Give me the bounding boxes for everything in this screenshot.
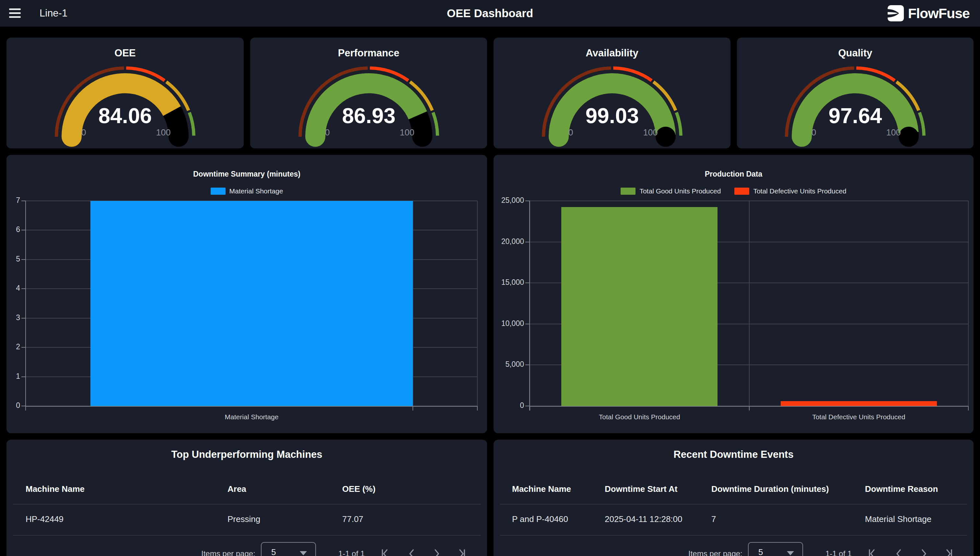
table-card-downtime-events: Recent Downtime EventsMachine NameDownti…: [493, 440, 974, 556]
legend-swatch: [621, 187, 636, 195]
gauge-performance: 86.930100: [294, 58, 443, 149]
brand-logo: FlowFuse: [888, 0, 970, 27]
x-tick-label: Total Good Units Produced: [542, 413, 737, 421]
y-tick-label: 25,000: [493, 196, 524, 205]
x-tick-label: Material Shortage: [155, 413, 349, 421]
gauge-quality: 97.640100: [781, 58, 930, 149]
y-tick-label: 5: [6, 255, 20, 263]
chart-card-downtime: Downtime Summary (minutes)Material Short…: [6, 155, 487, 433]
last-page-icon[interactable]: [941, 546, 955, 556]
chart-card-production: Production DataTotal Good Units Produced…: [493, 155, 974, 433]
legend-label: Total Defective Units Produced: [753, 187, 846, 195]
header-divider: [13, 504, 480, 504]
gauge-oee: 84.060100: [50, 58, 200, 149]
legend-swatch: [211, 187, 226, 195]
gauge-max-label: 100: [643, 128, 658, 137]
next-page-icon[interactable]: [429, 546, 444, 556]
gauge-value: 84.06: [98, 104, 152, 128]
legend-item[interactable]: Total Defective Units Produced: [734, 187, 846, 195]
gauge-title: Quality: [737, 47, 974, 59]
chart-title: Downtime Summary (minutes): [6, 170, 487, 179]
y-tick-label: 10,000: [493, 319, 524, 328]
page-size-select[interactable]: 5: [748, 542, 803, 556]
gauge-availability: 99.030100: [538, 58, 687, 149]
column-header-downtime-reason: Downtime Reason: [865, 484, 938, 494]
last-page-icon[interactable]: [454, 546, 468, 556]
gauge-title: OEE: [6, 47, 244, 59]
items-per-page-label: Items per page:: [201, 549, 256, 556]
bar-material-shortage: [91, 201, 413, 406]
table-cell: 77.07: [342, 514, 363, 524]
column-header-machine-name: Machine Name: [512, 484, 571, 494]
table-cell: Material Shortage: [865, 514, 931, 524]
caret-down-icon: [787, 551, 794, 555]
prev-page-icon[interactable]: [892, 546, 906, 556]
row-divider: [500, 535, 967, 536]
y-tick-label: 4: [6, 284, 20, 293]
gauge-min-label: 0: [568, 128, 573, 137]
page-size-select[interactable]: 5: [261, 542, 316, 556]
gauge-min-label: 0: [811, 128, 816, 137]
column-header-area: Area: [228, 484, 246, 494]
row-divider: [13, 535, 480, 536]
gauge-value: 97.64: [828, 104, 882, 128]
chart-title: Production Data: [493, 170, 974, 179]
table-cell: 2025-04-11 12:28:00: [605, 514, 682, 524]
y-tick-label: 20,000: [493, 237, 524, 246]
page-size-value: 5: [758, 547, 763, 556]
x-axis-line: [25, 406, 477, 407]
gauge-min-label: 0: [325, 128, 330, 137]
gauge-card-oee: OEE84.060100: [6, 37, 244, 149]
items-per-page-label: Items per page:: [688, 549, 742, 556]
y-tick-label: 0: [493, 401, 524, 410]
page-size-value: 5: [271, 547, 276, 556]
flowfuse-icon: [888, 5, 904, 21]
v-gridline: [749, 201, 750, 406]
legend-label: Total Good Units Produced: [639, 187, 721, 195]
next-page-icon[interactable]: [917, 546, 931, 556]
bar-total-defective-units-produced: [781, 401, 937, 406]
x-tick: [412, 406, 413, 411]
gauge-title: Performance: [250, 47, 487, 59]
table-title: Top Underperforming Machines: [6, 449, 487, 461]
dashboard-root: Line-1 OEE Dashboard FlowFuse OEE84.0601…: [0, 0, 980, 556]
gauge-title: Availability: [493, 47, 731, 59]
gauge-card-availability: Availability99.030100: [493, 37, 731, 149]
y-axis-line: [25, 201, 26, 411]
gauge-max-label: 100: [156, 128, 170, 137]
y-tick-label: 1: [6, 372, 20, 381]
gauge-value: 86.93: [342, 104, 395, 128]
y-tick-label: 15,000: [493, 278, 524, 287]
y-tick-label: 6: [6, 225, 20, 234]
column-header-downtime-start-at: Downtime Start At: [605, 484, 677, 494]
top-bar: Line-1 OEE Dashboard FlowFuse: [0, 0, 980, 27]
header-divider: [500, 504, 967, 504]
caret-down-icon: [300, 551, 307, 555]
chart-legend: Total Good Units ProducedTotal Defective…: [493, 187, 974, 195]
first-page-icon[interactable]: [866, 546, 880, 556]
table-cell: 7: [712, 514, 716, 524]
chart-legend: Material Shortage: [6, 187, 487, 195]
legend-item[interactable]: Material Shortage: [211, 187, 283, 195]
table-title: Recent Downtime Events: [493, 449, 974, 461]
page-title: OEE Dashboard: [0, 0, 980, 27]
gauge-min-label: 0: [81, 128, 86, 137]
y-axis-line: [529, 201, 530, 411]
bar-total-good-units-produced: [561, 207, 718, 406]
legend-item[interactable]: Total Good Units Produced: [621, 187, 721, 195]
gauge-max-label: 100: [399, 128, 414, 137]
x-axis-line: [529, 406, 968, 407]
first-page-icon[interactable]: [379, 546, 393, 556]
x-tick-label: Total Defective Units Produced: [762, 413, 956, 421]
table-card-underperforming: Top Underperforming MachinesMachine Name…: [6, 440, 487, 556]
brand-name: FlowFuse: [908, 5, 970, 21]
column-header-machine-name: Machine Name: [26, 484, 84, 494]
gauge-card-quality: Quality97.640100: [737, 37, 974, 149]
prev-page-icon[interactable]: [405, 546, 419, 556]
x-tick: [968, 406, 969, 411]
gauge-card-performance: Performance86.930100: [250, 37, 487, 149]
column-header-downtime-duration-minutes-: Downtime Duration (minutes): [712, 484, 829, 494]
y-tick-label: 7: [6, 196, 20, 205]
table-cell: P and P-40460: [512, 514, 568, 524]
table-cell: Pressing: [228, 514, 260, 524]
